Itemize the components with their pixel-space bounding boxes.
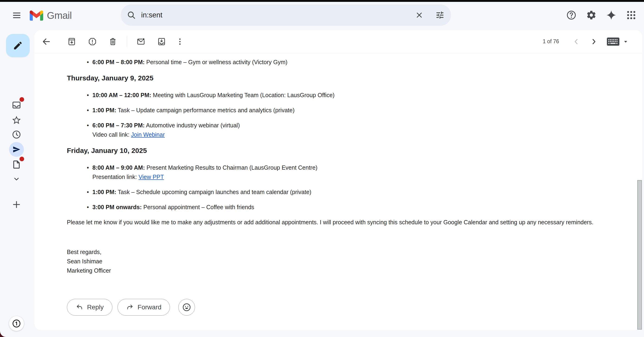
event-desc: Present Marketing Results to Chairman (L… (145, 164, 317, 171)
event-time: 8:00 AM – 9:00 AM: (92, 164, 145, 171)
date-header: Friday, January 10, 2025 (67, 146, 619, 155)
event-link-line: Video call link: Join Webinar (92, 130, 619, 139)
apps-grid-icon (626, 10, 636, 21)
more-options-button[interactable] (172, 34, 188, 50)
kebab-menu-icon (175, 37, 184, 46)
email-actions: Reply Forward (67, 299, 619, 316)
envelope-unread-icon (136, 37, 146, 46)
clock-icon (12, 129, 22, 140)
input-tools[interactable] (606, 37, 629, 47)
event-time: 6:00 PM – 7:30 PM: (92, 122, 145, 129)
help-fab[interactable] (9, 316, 24, 331)
support-button[interactable] (562, 6, 580, 24)
event-item: 3:00 PM onwards: Personal appointment – … (67, 202, 619, 212)
archive-button[interactable] (64, 34, 80, 50)
signature-line: Marketing Officer (67, 266, 619, 275)
event-list: 8:00 AM – 9:00 AM: Present Marketing Res… (67, 163, 619, 212)
settings-button[interactable] (582, 6, 600, 24)
event-desc: Personal appointment – Coffee with frien… (142, 204, 254, 210)
move-to-button[interactable] (154, 34, 170, 50)
chevron-left-icon (572, 37, 580, 46)
signature-line: Best regards, (67, 247, 619, 257)
event-item: 8:00 AM – 9:00 AM: Present Marketing Res… (67, 163, 619, 182)
sidebar-create-label-button[interactable] (9, 197, 24, 212)
search-input[interactable] (140, 11, 411, 19)
hamburger-icon (12, 10, 22, 21)
trash-icon (108, 37, 118, 46)
keyboard-icon (606, 37, 620, 47)
newer-button[interactable] (568, 34, 584, 50)
delete-button[interactable] (105, 34, 121, 50)
event-item: 6:00 PM – 8:00 PM: Personal time – Gym o… (67, 57, 619, 67)
pencil-icon (13, 41, 23, 51)
event-item: 6:00 PM – 7:30 PM: Automotive industry w… (67, 121, 619, 139)
sidebar-item-more[interactable] (9, 172, 24, 186)
compose-button[interactable] (6, 34, 30, 57)
emoji-reaction-button[interactable] (178, 299, 195, 316)
window-top-edge (0, 0, 644, 2)
vertical-scrollbar[interactable] (637, 180, 642, 329)
search-button[interactable] (123, 7, 140, 24)
chevron-right-icon (590, 37, 598, 46)
main-menu-button[interactable] (8, 6, 26, 25)
gear-icon (586, 10, 597, 21)
event-item: 1:00 PM: Task – Update campaign performa… (67, 106, 619, 115)
older-button[interactable] (586, 34, 602, 50)
send-icon (12, 145, 21, 154)
sidebar-item-sent[interactable] (9, 142, 24, 157)
sidebar-item-drafts[interactable] (9, 157, 24, 172)
top-bar: Gmail (0, 2, 644, 30)
plus-icon (12, 200, 21, 209)
event-link[interactable]: Join Webinar (131, 131, 164, 138)
sidebar-item-starred[interactable] (9, 113, 24, 128)
tune-icon (435, 11, 444, 20)
gemini-button[interactable] (602, 6, 620, 24)
link-label: Presentation link: (92, 174, 138, 180)
forward-button[interactable]: Forward (118, 299, 170, 316)
topbar-actions (562, 6, 640, 24)
event-item: 10:00 AM – 12:00 PM: Meeting with LausGr… (67, 90, 619, 100)
reply-label: Reply (87, 303, 104, 311)
search-options-button[interactable] (432, 7, 448, 24)
event-desc: Task – Update campaign performance metri… (116, 107, 294, 113)
event-desc: Personal time – Gym or wellness activity… (145, 59, 288, 65)
event-list: 6:00 PM – 8:00 PM: Personal time – Gym o… (67, 57, 619, 67)
back-button[interactable] (38, 34, 54, 50)
sidebar-item-inbox[interactable] (9, 98, 24, 113)
event-time: 10:00 AM – 12:00 PM: (92, 92, 151, 98)
mark-unread-button[interactable] (133, 34, 149, 50)
event-desc: Automotive industry webinar (virtual) (145, 122, 240, 129)
circled-one-icon (12, 319, 21, 328)
event-time: 1:00 PM: (92, 107, 116, 113)
spam-octagon-icon (88, 37, 97, 46)
gmail-wordmark: Gmail (47, 10, 72, 21)
move-to-icon (157, 37, 166, 46)
event-desc: Meeting with LausGroup Marketing Team (L… (151, 92, 334, 98)
email-body: 6:00 PM – 8:00 PM: Personal time – Gym o… (34, 53, 642, 316)
toolbar-right: 1 of 76 (543, 34, 642, 50)
caret-down-icon (622, 38, 629, 45)
event-desc: Task – Schedule upcoming campaign launch… (116, 189, 311, 195)
signature-block: Best regards, Sean Ishimae Marketing Off… (67, 247, 619, 275)
event-time: 3:00 PM onwards: (92, 204, 142, 210)
pagination-label: 1 of 76 (543, 38, 559, 45)
inbox-icon (12, 100, 22, 110)
schedule-groups: 6:00 PM – 8:00 PM: Personal time – Gym o… (67, 57, 619, 212)
signature-line: Sean Ishimae (67, 257, 619, 266)
event-link[interactable]: View PPT (138, 174, 164, 180)
event-link-line: Presentation link: View PPT (92, 172, 619, 182)
sidebar-item-snoozed[interactable] (9, 127, 24, 142)
star-icon (12, 115, 22, 125)
apps-button[interactable] (622, 6, 640, 24)
sparkle-icon (606, 10, 616, 21)
date-header: Thursday, January 9, 2025 (67, 74, 619, 83)
sidebar (0, 30, 34, 337)
reply-button[interactable]: Reply (67, 299, 112, 316)
clear-search-button[interactable] (411, 7, 428, 24)
toolbar-divider (127, 37, 127, 47)
search-icon (126, 10, 136, 20)
closing-paragraph: Please let me know if you would like me … (67, 218, 619, 227)
event-time: 1:00 PM: (92, 189, 116, 195)
report-spam-button[interactable] (84, 34, 100, 50)
forward-label: Forward (138, 303, 162, 311)
